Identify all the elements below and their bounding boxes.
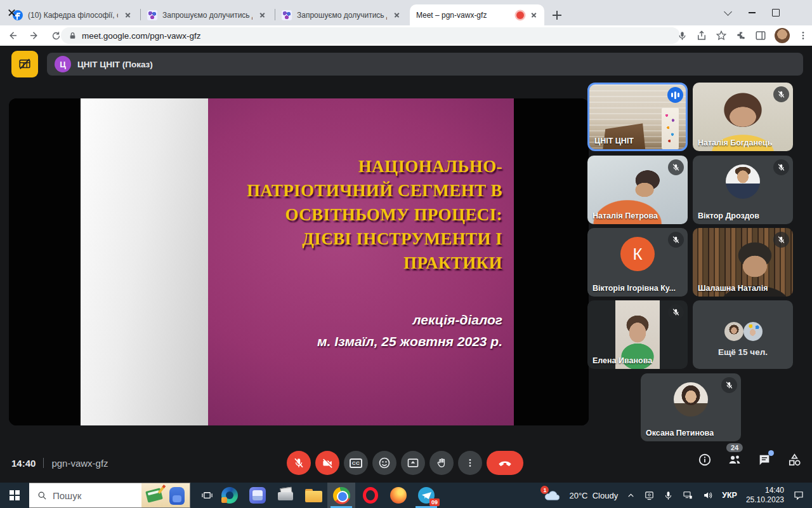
search-illustration: [141, 483, 190, 507]
window-maximize-button[interactable]: [764, 0, 788, 25]
extensions-icon[interactable]: [735, 30, 747, 41]
tray-device-icon[interactable]: [639, 483, 659, 508]
weather-text[interactable]: 20°C Cloudy: [565, 483, 622, 508]
taskbar-search[interactable]: [29, 483, 190, 508]
participant-tile-shalashna[interactable]: Шалашна Наталія: [693, 228, 793, 297]
mic-toggle-button[interactable]: [287, 451, 311, 475]
presenter-chip[interactable]: Ц ЦНІТ ЦНІТ (Показ): [47, 53, 803, 76]
chrome-icon: [333, 487, 350, 504]
taskbar-app-explorer[interactable]: [299, 483, 327, 508]
tray-time: 14:40: [746, 486, 784, 495]
address-bar[interactable]: meet.google.com/pgn-vawx-gfz: [61, 27, 680, 44]
star-icon[interactable]: [716, 30, 727, 41]
edge-browser-icon: [221, 487, 238, 504]
action-center-icon: [793, 490, 804, 501]
clock-widget[interactable]: 14:40 25.10.2023: [742, 483, 789, 508]
chevron-down-icon[interactable]: [716, 0, 740, 25]
tab-close-icon[interactable]: [392, 10, 402, 20]
tab-close-icon[interactable]: [123, 10, 133, 20]
end-call-button[interactable]: [487, 451, 523, 475]
mic-off-icon: [668, 304, 684, 320]
browser-tab-active[interactable]: Meet – pgn-vawx-gfz: [410, 4, 544, 25]
start-button[interactable]: [0, 483, 29, 508]
audio-speaking-indicator: [667, 87, 683, 103]
more-options-button[interactable]: [458, 451, 482, 475]
tray-show-hidden-icons[interactable]: [622, 483, 639, 508]
taskbar-app-blue[interactable]: [244, 483, 272, 508]
language-indicator[interactable]: УКР: [717, 483, 742, 508]
tray-network-icon[interactable]: [678, 483, 698, 508]
participant-tile-petynova[interactable]: Оксана Петинова: [641, 373, 741, 441]
participant-tile-bohdanets[interactable]: Наталія Богданець: [693, 83, 793, 151]
tab-close-icon[interactable]: [529, 10, 539, 20]
participant-tile-ivanova[interactable]: Елена Иванова: [587, 300, 688, 369]
participant-photo-avatar: [726, 164, 760, 199]
people-button[interactable]: 24: [727, 452, 742, 467]
weather-widget[interactable]: 1: [539, 483, 565, 508]
taskbar-app-printer[interactable]: [272, 483, 299, 508]
tab-title: (10) Кафедра філософії, соціол: [28, 11, 118, 20]
action-center-button[interactable]: [789, 483, 812, 508]
side-panel-icon[interactable]: [755, 30, 766, 41]
tab-close-icon[interactable]: [258, 10, 268, 20]
participant-tile-petrova[interactable]: Наталія Петрова: [587, 156, 688, 224]
opera-icon: [363, 487, 378, 504]
taskbar-app-chrome[interactable]: [327, 483, 355, 508]
folder-explorer-icon: [305, 489, 322, 502]
taskbar-app-telegram[interactable]: 09: [412, 483, 440, 508]
shared-screen-stage[interactable]: НАЦІОНАЛЬНО- ПАТРІОТИЧНИЙ СЕГМЕНТ В ОСВІ…: [9, 98, 589, 425]
taskbar-app-firefox[interactable]: [384, 483, 412, 508]
participant-name: Елена Иванова: [593, 356, 652, 365]
new-tab-button[interactable]: [549, 8, 565, 23]
participant-name: Шалашна Наталія: [698, 284, 768, 293]
slide-main-area: НАЦІОНАЛЬНО- ПАТРІОТИЧНИЙ СЕГМЕНТ В ОСВІ…: [208, 98, 514, 425]
mic-off-icon: [668, 159, 684, 175]
presentation-warning-button[interactable]: [11, 51, 38, 77]
recording-indicator: [516, 11, 524, 19]
participant-letter-avatar: К: [620, 237, 655, 271]
emoji-smile-icon: [378, 457, 391, 469]
search-input[interactable]: [53, 490, 116, 501]
profile-avatar[interactable]: [775, 28, 790, 43]
participant-tile-overflow[interactable]: Ещё 15 чел.: [693, 300, 793, 369]
lock-icon: [69, 32, 77, 40]
participant-tile-drozdov[interactable]: Віктор Дроздов: [693, 156, 793, 224]
window-minimize-button[interactable]: [740, 0, 764, 25]
window-close-button[interactable]: [0, 0, 24, 25]
presenter-avatar: Ц: [55, 56, 71, 72]
kebab-menu-icon[interactable]: [798, 30, 808, 41]
participant-tile-kum[interactable]: К Вікторія Ігорівна Ку...: [587, 228, 688, 297]
participant-tile-cnit[interactable]: ЦНІТ ЦНІТ: [587, 83, 688, 151]
reactions-button[interactable]: [372, 451, 396, 475]
stage-letterbox-right: [514, 98, 589, 425]
activities-button[interactable]: [787, 452, 802, 467]
tray-date: 25.10.2023: [746, 495, 784, 505]
mic-icon[interactable]: [677, 30, 688, 41]
present-button[interactable]: [401, 451, 425, 475]
mic-off-icon: [773, 232, 789, 248]
share-icon[interactable]: [696, 30, 707, 41]
search-icon: [37, 491, 47, 500]
windows-taskbar: 09 1 20°C Cloudy: [0, 483, 812, 508]
raise-hand-button[interactable]: [429, 451, 454, 475]
browser-tab-1[interactable]: (10) Кафедра філософії, соціол: [6, 5, 138, 25]
tab-title: Запрошуємо долучитись до за: [297, 11, 387, 20]
browser-tab-3[interactable]: Запрошуємо долучитись до за: [275, 5, 407, 25]
info-button[interactable]: [697, 452, 712, 467]
tray-mic-icon[interactable]: [659, 483, 678, 508]
camera-toggle-button[interactable]: [315, 451, 339, 475]
activities-shapes-icon: [787, 453, 802, 467]
captions-button[interactable]: CC: [344, 451, 368, 475]
site-favicon: [282, 10, 292, 20]
chat-button[interactable]: [757, 452, 772, 467]
taskbar-app-edge[interactable]: [216, 483, 244, 508]
system-tray: 1 20°C Cloudy УКР: [539, 483, 812, 508]
site-favicon: [147, 10, 157, 20]
forward-button[interactable]: [25, 27, 43, 44]
more-vertical-icon: [465, 458, 475, 468]
tray-volume-icon[interactable]: [698, 483, 717, 508]
meeting-info: 14:40 pgn-vawx-gfz: [11, 451, 108, 475]
browser-tab-2[interactable]: Запрошуємо долучитись до за: [141, 5, 273, 25]
back-button[interactable]: [4, 27, 22, 44]
taskbar-app-opera[interactable]: [357, 483, 384, 508]
